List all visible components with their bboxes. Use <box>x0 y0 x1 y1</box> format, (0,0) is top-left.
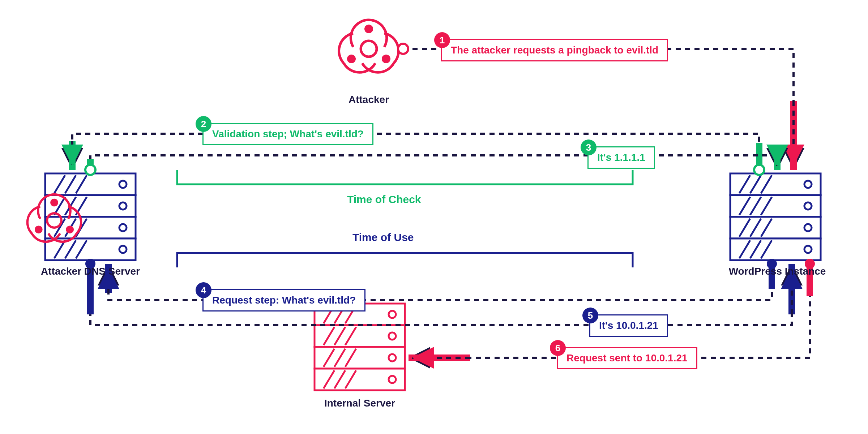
step-1-text: The attacker requests a pingback to evil… <box>451 44 658 56</box>
dns-server-icon <box>45 173 136 260</box>
dns-label: Attacker DNS Server <box>25 266 155 277</box>
step-2-badge: 2 <box>196 116 211 132</box>
step-2-text: Validation step; What's evil.tld? <box>212 128 364 139</box>
wordpress-label: WordPress Instance <box>719 266 835 277</box>
internal-label: Internal Server <box>315 398 405 409</box>
step-6-text: Request sent to 10.0.1.21 <box>566 352 688 364</box>
step-1-box: 1 The attacker requests a pingback to ev… <box>441 39 668 61</box>
step-6-badge: 6 <box>550 340 566 356</box>
step-3-box: 3 It's 1.1.1.1 <box>587 146 655 169</box>
step-5-badge: 5 <box>582 308 598 323</box>
time-of-check-label: Time of Check <box>347 193 421 206</box>
step-3-text: It's 1.1.1.1 <box>597 152 645 163</box>
attacker-label: Attacker <box>333 94 405 106</box>
svg-point-11 <box>754 165 764 175</box>
wordpress-server-icon <box>730 173 821 260</box>
step-5-text: It's 10.0.1.21 <box>599 320 658 331</box>
svg-point-10 <box>398 44 408 54</box>
diagram-canvas <box>0 0 868 434</box>
step-4-box: 4 Request step: What's evil.tld? <box>202 289 365 311</box>
step-5-box: 5 It's 10.0.1.21 <box>589 314 668 337</box>
biohazard-icon <box>339 20 399 72</box>
step-2-box: 2 Validation step; What's evil.tld? <box>202 123 373 145</box>
step-4-badge: 4 <box>196 282 211 298</box>
step-6-box: 6 Request sent to 10.0.1.21 <box>557 347 697 369</box>
step-4-text: Request step: What's evil.tld? <box>212 295 356 306</box>
internal-server-icon <box>315 304 405 390</box>
time-of-use-label: Time of Use <box>352 231 414 244</box>
step-3-badge: 3 <box>581 139 597 155</box>
step-1-badge: 1 <box>434 32 450 48</box>
svg-point-12 <box>85 165 95 175</box>
